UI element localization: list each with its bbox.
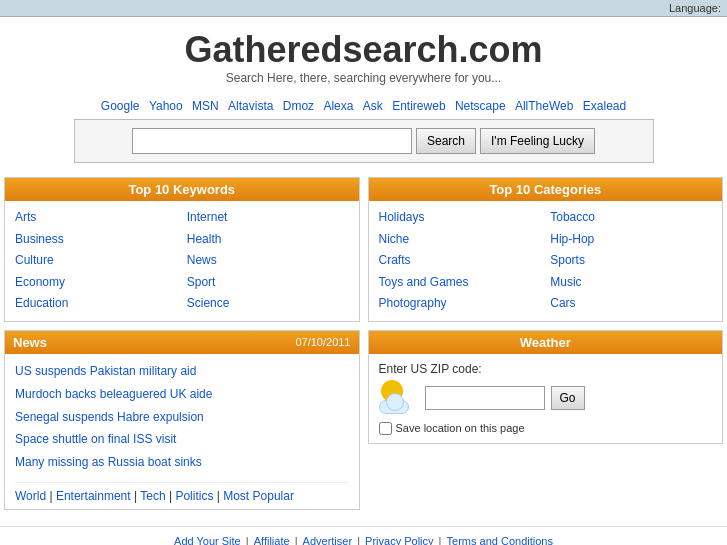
news-article-1[interactable]: US suspends Pakistan military aid [15,360,349,383]
kw-news[interactable]: News [187,250,349,272]
keywords-header: Top 10 Keywords [5,178,359,201]
cloud-icon [379,400,409,414]
cat-tobacco[interactable]: Tobacco [550,207,712,229]
engine-alexa[interactable]: Alexa [323,99,353,113]
news-links: US suspends Pakistan military aid Murdoc… [15,360,349,474]
kw-education[interactable]: Education [15,293,177,315]
search-area: Search I'm Feeling Lucky [74,119,654,163]
news-article-5[interactable]: Many missing as Russia boat sinks [15,451,349,474]
language-label: Language: [669,2,721,14]
cat-holidays[interactable]: Holidays [379,207,541,229]
news-politics[interactable]: Politics [175,489,213,503]
news-world[interactable]: World [15,489,46,503]
categories-col1: Holidays Niche Crafts Toys and Games Pho… [379,207,541,315]
weather-content: Enter US ZIP code: Go Save location on t… [369,354,723,443]
kw-health[interactable]: Health [187,229,349,251]
weather-icon [379,380,419,416]
weather-section: Weather Enter US ZIP code: Go Save locat… [368,330,724,444]
search-input[interactable] [132,128,412,154]
site-tld: com [469,29,543,70]
engine-netscape[interactable]: Netscape [455,99,506,113]
weather-zip-label: Enter US ZIP code: [379,362,713,376]
kw-arts[interactable]: Arts [15,207,177,229]
save-location-label: Save location on this page [396,422,525,434]
left-column: Top 10 Keywords Arts Business Culture Ec… [4,177,360,518]
news-footer: World | Entertainment | Tech | Politics … [15,482,349,503]
engine-dmoz[interactable]: Dmoz [283,99,314,113]
keywords-title: Top 10 Keywords [128,182,235,197]
engine-google[interactable]: Google [101,99,140,113]
footer-terms[interactable]: Terms and Conditions [447,535,553,545]
engine-ask[interactable]: Ask [363,99,383,113]
news-article-3[interactable]: Senegal suspends Habre expulsion [15,406,349,429]
cat-niche[interactable]: Niche [379,229,541,251]
footer-privacy[interactable]: Privacy Policy [365,535,433,545]
engine-links: Google Yahoo MSN Altavista Dmoz Alexa As… [0,99,727,113]
news-title: News [13,335,47,350]
kw-business[interactable]: Business [15,229,177,251]
cat-photography[interactable]: Photography [379,293,541,315]
keywords-section: Top 10 Keywords Arts Business Culture Ec… [4,177,360,322]
categories-content: Holidays Niche Crafts Toys and Games Pho… [369,201,723,321]
cat-sports[interactable]: Sports [550,250,712,272]
footer-add-site[interactable]: Add Your Site [174,535,241,545]
save-location-row: Save location on this page [379,422,713,435]
footer-affiliate[interactable]: Affiliate [254,535,290,545]
top-bar: Language: [0,0,727,17]
keywords-content: Arts Business Culture Economy Education … [5,201,359,321]
news-tech[interactable]: Tech [140,489,165,503]
categories-col2: Tobacco Hip-Hop Sports Music Cars [550,207,712,315]
categories-section: Top 10 Categories Holidays Niche Crafts … [368,177,724,322]
tagline: Search Here, there, searching everywhere… [0,71,727,85]
news-article-4[interactable]: Space shuttle on final ISS visit [15,428,349,451]
weather-title: Weather [520,335,571,350]
categories-header: Top 10 Categories [369,178,723,201]
engine-altavista[interactable]: Altavista [228,99,273,113]
footer-advertiser[interactable]: Advertiser [303,535,353,545]
kw-culture[interactable]: Culture [15,250,177,272]
engine-exalead[interactable]: Exalead [583,99,626,113]
cat-hiphop[interactable]: Hip-Hop [550,229,712,251]
save-location-checkbox[interactable] [379,422,392,435]
keywords-col1: Arts Business Culture Economy Education [15,207,177,315]
header: Gatheredsearch.com Search Here, there, s… [0,17,727,99]
news-header: News 07/10/2011 [5,331,359,354]
keywords-col2: Internet Health News Sport Science [187,207,349,315]
kw-science[interactable]: Science [187,293,349,315]
footer: Add Your Site | Affiliate | Advertiser |… [0,526,727,545]
search-button[interactable]: Search [416,128,476,154]
site-title: Gatheredsearch.com [0,29,727,71]
categories-grid: Holidays Niche Crafts Toys and Games Pho… [379,207,713,315]
engine-alltheweb[interactable]: AllTheWeb [515,99,573,113]
engine-msn[interactable]: MSN [192,99,219,113]
kw-sport[interactable]: Sport [187,272,349,294]
categories-title: Top 10 Categories [489,182,601,197]
cat-crafts[interactable]: Crafts [379,250,541,272]
weather-zip-input[interactable] [425,386,545,410]
news-date: 07/10/2011 [295,336,350,348]
news-entertainment[interactable]: Entertainment [56,489,131,503]
lucky-button[interactable]: I'm Feeling Lucky [480,128,595,154]
news-content: US suspends Pakistan military aid Murdoc… [5,354,359,509]
kw-internet[interactable]: Internet [187,207,349,229]
keywords-grid: Arts Business Culture Economy Education … [15,207,349,315]
weather-header: Weather [369,331,723,354]
main-grid: Top 10 Keywords Arts Business Culture Ec… [0,177,727,518]
weather-go-button[interactable]: Go [551,386,585,410]
news-article-2[interactable]: Murdoch backs beleaguered UK aide [15,383,349,406]
cat-cars[interactable]: Cars [550,293,712,315]
search-row: Search I'm Feeling Lucky [85,128,643,154]
cat-music[interactable]: Music [550,272,712,294]
footer-links: Add Your Site | Affiliate | Advertiser |… [4,535,723,545]
right-column: Top 10 Categories Holidays Niche Crafts … [368,177,724,518]
kw-economy[interactable]: Economy [15,272,177,294]
news-most-popular[interactable]: Most Popular [223,489,294,503]
engine-entireweb[interactable]: Entireweb [392,99,445,113]
weather-row: Go [379,380,713,416]
engine-yahoo[interactable]: Yahoo [149,99,183,113]
news-section: News 07/10/2011 US suspends Pakistan mil… [4,330,360,510]
site-name: Gatheredsearch. [184,29,468,70]
cat-toys[interactable]: Toys and Games [379,272,541,294]
